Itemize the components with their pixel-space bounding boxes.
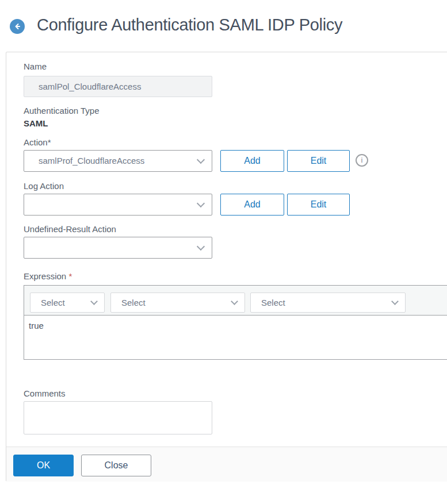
expression-select-3[interactable]: Select	[250, 293, 406, 313]
log-action-select[interactable]	[24, 194, 212, 216]
expression-input[interactable]: true	[24, 316, 447, 359]
action-edit-button[interactable]: Edit	[287, 150, 350, 172]
chevron-down-icon	[391, 298, 399, 305]
undefined-result-action-label: Undefined-Result Action	[24, 224, 116, 234]
expression-select-3-value: Select	[261, 298, 285, 307]
action-add-button[interactable]: Add	[220, 150, 284, 172]
expression-select-2[interactable]: Select	[110, 293, 245, 313]
expression-select-2-value: Select	[121, 298, 146, 307]
action-select[interactable]: samlProf_CloudflareAccess	[24, 150, 212, 172]
name-label: Name	[24, 61, 47, 71]
ok-button[interactable]: OK	[13, 455, 74, 476]
configure-saml-idp-policy-page: Configure Authentication SAML IDP Policy…	[0, 0, 447, 504]
chevron-down-icon	[90, 298, 98, 305]
expression-label: Expression *	[24, 271, 72, 281]
authentication-type-label: Authentication Type	[24, 106, 99, 116]
form-footer: OK Close	[6, 447, 447, 482]
arrow-left-icon	[13, 22, 21, 30]
chevron-down-icon	[197, 156, 205, 164]
log-action-edit-button[interactable]: Edit	[287, 194, 350, 216]
action-select-value: samlProf_CloudflareAccess	[39, 156, 144, 166]
expression-builder: Select Select Select true	[24, 285, 447, 360]
expression-select-1-value: Select	[41, 298, 65, 307]
chevron-down-icon	[197, 243, 205, 251]
page-title: Configure Authentication SAML IDP Policy	[37, 16, 342, 34]
expression-label-text: Expression	[24, 271, 66, 281]
chevron-down-icon	[197, 199, 205, 207]
authentication-type-value: SAML	[24, 118, 48, 128]
close-button[interactable]: Close	[81, 455, 151, 476]
undefined-result-action-select[interactable]	[24, 237, 212, 259]
name-input[interactable]	[24, 76, 212, 97]
form-panel: Name Authentication Type SAML Action* sa…	[6, 52, 447, 482]
back-button[interactable]	[10, 19, 25, 34]
log-action-add-button[interactable]: Add	[220, 194, 284, 216]
info-icon[interactable]: i	[356, 154, 368, 167]
expression-select-1[interactable]: Select	[30, 293, 105, 313]
comments-input[interactable]	[24, 401, 212, 434]
log-action-label: Log Action	[24, 181, 64, 191]
comments-label: Comments	[24, 388, 66, 398]
expression-builder-toolbar: Select Select Select	[24, 286, 447, 316]
action-label: Action*	[24, 137, 51, 147]
chevron-down-icon	[231, 298, 238, 305]
required-asterisk: *	[68, 271, 72, 281]
